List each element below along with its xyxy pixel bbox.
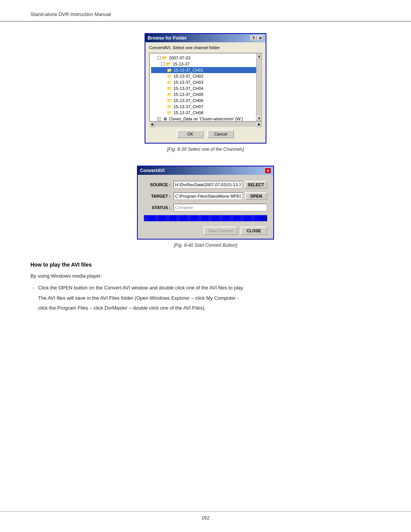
help-button[interactable]: ?	[250, 35, 256, 41]
progress-segment	[176, 215, 181, 221]
figure2-wrapper: ConvertAVI ✕ SOURCE : SELECT TARGET : OP…	[30, 166, 381, 248]
manual-title: Stand-alone DVR Instruction Manual	[30, 11, 111, 17]
source-label: SOURCE :	[144, 182, 170, 187]
open-button[interactable]: OPEN	[245, 192, 267, 200]
tree-row-ch03[interactable]: 15-13-37_CH03	[151, 79, 260, 85]
tree-row-ch06[interactable]: 15-13-37_CH06	[151, 97, 260, 104]
bottom-buttons: Start Convert CLOSE	[144, 225, 267, 235]
indent-text-2: click the Program Files – click DvrMaste…	[38, 304, 381, 312]
progress-segment	[192, 215, 197, 221]
progress-segment	[250, 215, 256, 221]
expand-icon[interactable]: -	[161, 62, 165, 66]
expand-icon[interactable]: +	[157, 117, 161, 121]
progress-segment	[218, 215, 224, 221]
tree-label: Clover_Data on 'Clover-wisecomm' (W:)	[169, 117, 243, 121]
tree-row-ch04[interactable]: 15-13-37_CH04	[151, 85, 260, 91]
progress-segment	[170, 215, 176, 221]
select-button[interactable]: SELECT	[245, 181, 267, 189]
folder-tree[interactable]: - 2007-07-03 - 15-13-37	[149, 53, 262, 121]
vertical-scrollbar[interactable]: ▲ ▼	[256, 53, 261, 121]
source-input[interactable]	[174, 181, 242, 189]
progress-segment	[240, 215, 245, 221]
source-row: SOURCE : SELECT	[144, 181, 267, 189]
progress-segment	[245, 215, 250, 221]
progress-segment	[165, 215, 170, 221]
tree-label: 15-13-37_CH01	[174, 68, 203, 72]
convertavi-titlebar: ConvertAVI ✕	[138, 166, 273, 175]
target-input[interactable]	[174, 192, 243, 200]
scroll-right-arrow[interactable]: ▶	[256, 122, 262, 127]
bullet-item-1: Click the OPEN button on the Convert AVI…	[38, 284, 381, 292]
convertavi-dialog: ConvertAVI ✕ SOURCE : SELECT TARGET : OP…	[137, 166, 274, 240]
tree-label: 15-13-37_CH02	[174, 74, 203, 78]
browse-body: ConvertAVI, Select one channel folder - …	[145, 42, 266, 143]
tree-label: 15-13-37	[173, 62, 190, 66]
convertavi-title: ConvertAVI	[140, 168, 164, 173]
tree-row-2007[interactable]: - 2007-07-03	[151, 55, 260, 61]
status-row: STATUS :	[144, 204, 267, 211]
figure2-caption: [Fig. 8-40 Start Convert Button]	[174, 243, 237, 248]
indent-text-1: The AVI files will save in the AVI Files…	[38, 294, 381, 302]
tree-row-ch07[interactable]: 15-13-37_CH07	[151, 104, 260, 110]
tree-row-ch08[interactable]: 15-13-37_CH08	[151, 110, 260, 116]
tree-label: 15-13-37_CH05	[174, 92, 203, 97]
progress-segment	[234, 215, 240, 221]
progress-segment	[229, 215, 234, 221]
progress-segment	[213, 215, 218, 221]
folder-open-icon	[162, 55, 168, 61]
scroll-up-arrow[interactable]: ▲	[256, 53, 262, 59]
status-input	[174, 204, 267, 211]
target-label: TARGET :	[144, 194, 170, 198]
folder-icon	[166, 104, 172, 109]
cancel-button[interactable]: Cancel	[207, 130, 234, 138]
tree-label: 15-13-37_CH07	[174, 104, 203, 109]
progress-segment	[208, 215, 213, 221]
scroll-left-arrow[interactable]: ◀	[149, 122, 155, 127]
expand-icon[interactable]: -	[157, 56, 161, 60]
page-footer: 162	[0, 511, 411, 521]
progress-segment	[181, 215, 186, 221]
page-number: 162	[201, 515, 210, 521]
ok-button[interactable]: OK	[177, 130, 204, 138]
horizontal-scrollbar[interactable]: ◀ ▶	[149, 121, 262, 127]
tree-label: 15-13-37_CH06	[174, 98, 203, 103]
progress-segment	[256, 215, 261, 221]
titlebar-buttons: ? ✕	[250, 35, 263, 41]
folder-icon	[166, 80, 172, 85]
progress-segment	[224, 215, 229, 221]
tree-row-15-13-37[interactable]: - 15-13-37	[151, 61, 260, 67]
tree-row-ch05[interactable]: 15-13-37_CH05	[151, 91, 260, 97]
browse-titlebar: Browse for Folder ? ✕	[145, 34, 266, 42]
folder-open-icon	[166, 61, 172, 67]
tree-row-ch01[interactable]: 15-13-37_CH01	[151, 67, 260, 73]
figure1-caption: [Fig. 8-39 Select one of the Channels]	[167, 147, 244, 152]
progress-segment	[149, 215, 155, 221]
browse-title: Browse for Folder	[148, 35, 187, 41]
browse-folder-dialog: Browse for Folder ? ✕ ConvertAVI, Select…	[145, 33, 266, 144]
tree-row-netw[interactable]: + 🖥 Clover_Data on 'Clover-wisecomm' (W:…	[151, 116, 260, 121]
close-main-button[interactable]: CLOSE	[241, 227, 267, 235]
scroll-down-arrow[interactable]: ▼	[256, 116, 262, 121]
tree-label: 15-13-37_CH08	[174, 110, 203, 115]
folder-icon	[166, 98, 172, 103]
folder-icon	[166, 92, 172, 97]
close-button[interactable]: ✕	[257, 35, 263, 41]
folder-icon	[166, 86, 172, 91]
target-row: TARGET : OPEN	[144, 192, 267, 200]
section-heading: How to play the AVI files	[30, 262, 381, 268]
main-content: Browse for Folder ? ✕ ConvertAVI, Select…	[0, 22, 411, 326]
progress-segment	[160, 215, 165, 221]
convertavi-body: SOURCE : SELECT TARGET : OPEN STATUS :	[138, 175, 273, 239]
start-convert-button[interactable]: Start Convert	[204, 227, 237, 235]
browse-instruction: ConvertAVI, Select one channel folder	[149, 45, 262, 50]
convertavi-close-button[interactable]: ✕	[265, 168, 271, 173]
status-label: STATUS :	[144, 205, 170, 210]
tree-label: 15-13-37_CH03	[174, 80, 203, 85]
folder-icon	[166, 67, 172, 73]
progress-segment	[144, 215, 149, 221]
progress-segment	[202, 215, 208, 221]
browse-dialog-buttons: OK Cancel	[149, 127, 262, 140]
tree-label: 15-13-37_CH04	[174, 86, 203, 91]
progress-bar	[144, 215, 267, 221]
tree-row-ch02[interactable]: 15-13-37_CH02	[151, 73, 260, 79]
